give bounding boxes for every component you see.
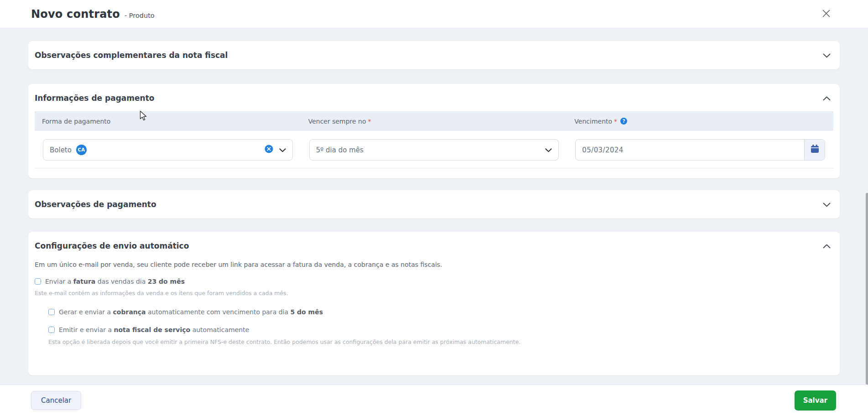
card-nf-observations[interactable]: Observações complementares da nota fisca… [28, 41, 840, 69]
card-auto-send-header[interactable]: Configurações de envio automático [35, 241, 833, 251]
chevron-down-icon[interactable] [279, 146, 286, 154]
nfse-helper-text: Esta opção é liberada depois que você em… [48, 338, 833, 345]
due-day-cell: 5º dia do mês [301, 139, 567, 161]
card-auto-send: Configurações de envio automático Em um … [28, 232, 840, 375]
card-payment-info: Informações de pagamento Forma de pagame… [28, 84, 840, 178]
due-date-input[interactable] [576, 140, 804, 160]
page-subtitle: - Produto [125, 12, 155, 19]
auto-send-description: Em um único e-mail por venda, seu client… [35, 261, 833, 268]
card-payment-info-header[interactable]: Informações de pagamento [35, 93, 833, 103]
close-icon [822, 10, 830, 19]
nfse-checkbox-label: Emitir e enviar a nota fiscal de serviço… [59, 326, 249, 333]
payment-table-header: Forma de pagamento Vencer sempre no * Ve… [35, 111, 833, 131]
billing-checkbox-label: Gerar e enviar a cobrança automaticament… [59, 308, 323, 316]
invoice-checkbox-row[interactable]: Enviar a fatura das vendas dia 23 do mês [35, 278, 833, 285]
invoice-checkbox[interactable] [35, 278, 41, 285]
card-payment-info-title: Informações de pagamento [35, 93, 154, 103]
due-date-field [575, 139, 825, 161]
due-day-select[interactable]: 5º dia do mês [309, 139, 559, 161]
nfse-checkbox[interactable] [48, 327, 55, 333]
card-auto-send-title: Configurações de envio automático [35, 241, 189, 251]
modal-header: Novo contrato - Produto [0, 0, 868, 28]
chevron-up-icon[interactable] [823, 242, 831, 250]
payment-table-row: Boleto CA [35, 131, 833, 168]
chevron-down-icon[interactable] [823, 200, 831, 209]
billing-checkbox[interactable] [48, 309, 55, 315]
required-marker: * [368, 118, 371, 125]
payment-method-select[interactable]: Boleto CA [43, 139, 293, 161]
page-title: Novo contrato [31, 7, 120, 21]
required-marker: * [614, 118, 617, 125]
card-payment-observations-title: Observações de pagamento [35, 199, 156, 209]
clear-selection-icon[interactable] [265, 145, 273, 155]
invoice-checkbox-label: Enviar a fatura das vendas dia 23 do mês [45, 278, 185, 285]
scrollbar-thumb[interactable] [866, 193, 868, 385]
nfse-checkbox-row[interactable]: Emitir e enviar a nota fiscal de serviço… [48, 326, 833, 333]
payment-method-value: Boleto [50, 146, 72, 154]
payment-method-badge: CA [76, 145, 87, 155]
chevron-down-icon[interactable] [545, 146, 552, 154]
chevron-down-icon[interactable] [823, 51, 831, 60]
save-button[interactable]: Salvar [795, 390, 836, 411]
calendar-icon [810, 144, 820, 156]
modal-footer: Cancelar Salvar [0, 385, 868, 416]
card-nf-observations-title: Observações complementares da nota fisca… [35, 50, 228, 60]
chevron-up-icon[interactable] [823, 94, 831, 103]
close-button[interactable] [818, 6, 834, 22]
cancel-button[interactable]: Cancelar [31, 391, 81, 410]
payment-method-cell: Boleto CA [35, 139, 301, 161]
column-label-due-day: Vencer sempre no * [301, 118, 567, 125]
column-label-due-date: Vencimento * ? [567, 118, 833, 125]
billing-checkbox-row[interactable]: Gerar e enviar a cobrança automaticament… [48, 308, 833, 316]
card-payment-observations[interactable]: Observações de pagamento [28, 190, 840, 218]
invoice-helper-text: Este e-mail contém as informações da ven… [35, 290, 833, 296]
calendar-button[interactable] [804, 140, 825, 160]
due-day-value: 5º dia do mês [316, 146, 364, 154]
column-label-payment-method: Forma de pagamento [35, 118, 301, 125]
modal-body: Observações complementares da nota fisca… [0, 28, 868, 385]
due-date-cell [567, 139, 833, 161]
help-icon[interactable]: ? [620, 118, 627, 125]
